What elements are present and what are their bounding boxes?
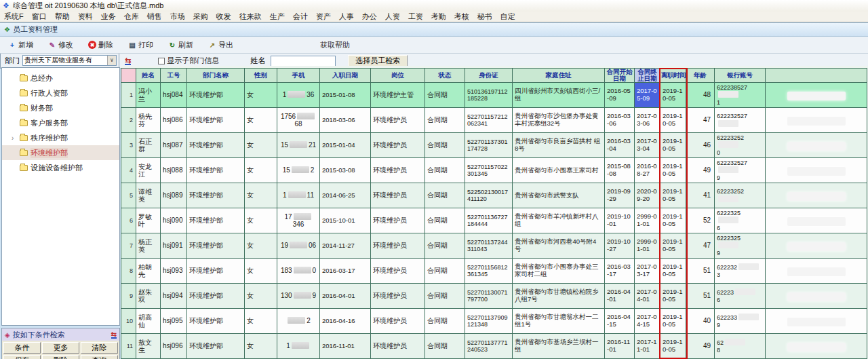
cell-department[interactable]: 环境维护部 — [187, 208, 245, 233]
cell-status[interactable]: 合同期 — [425, 208, 465, 233]
cell-emp-id[interactable]: hsj090 — [161, 208, 187, 233]
cell-phone[interactable]: 2 — [277, 309, 320, 334]
cell-contract-end[interactable]: 2017-03-06 — [635, 108, 660, 133]
cell-emp-id[interactable]: hsj089 — [161, 183, 187, 208]
cell-name[interactable]: 敖文生 — [136, 334, 161, 359]
cell-row-number[interactable]: 3 — [121, 133, 136, 158]
cell-post[interactable]: 环境维护主管 — [371, 83, 425, 108]
toolbar-button-1[interactable]: ✎修改 — [43, 39, 79, 52]
cell-id-card[interactable]: 522701137771240523 — [465, 334, 513, 359]
toolbar-button-3[interactable]: ▤打印 — [123, 39, 159, 52]
menu-item-10[interactable]: 往来款 — [235, 12, 266, 22]
cell-leave-date[interactable]: 2019-10-05 — [660, 259, 686, 284]
cell-post[interactable]: 环境维护员 — [371, 133, 425, 158]
cell-post[interactable]: 环境维护员 — [371, 208, 425, 233]
cell-extra[interactable] — [766, 233, 867, 259]
cell-age[interactable]: 51 — [686, 259, 715, 284]
toolbar-button-4[interactable]: ↻刷新 — [163, 39, 199, 52]
cell-leave-date[interactable]: 2019-10-05 — [660, 233, 686, 259]
menu-item-13[interactable]: 资产 — [312, 12, 335, 22]
cell-contract-end[interactable]: 2016-08-27 — [635, 158, 660, 183]
cell-department[interactable]: 环境维护部 — [187, 133, 245, 158]
sidebar-item-0[interactable]: 总经办 — [2, 71, 119, 86]
cell-phone[interactable]: 1830 — [277, 259, 320, 284]
cell-extra[interactable] — [766, 108, 867, 133]
menu-item-4[interactable]: 业务 — [97, 12, 120, 22]
cell-row-number[interactable]: 2 — [121, 108, 136, 133]
department-select[interactable]: 贵州天下居物业服务有 ∨ — [22, 55, 117, 66]
cell-phone[interactable]: 175668 — [277, 108, 320, 133]
cell-phone[interactable]: 152 — [277, 158, 320, 183]
cell-bank-account[interactable]: 6222325279 — [715, 158, 766, 183]
cell-extra[interactable] — [766, 334, 867, 359]
cell-address[interactable]: 贵州省都匀市基场乡兰坝村一组 — [513, 334, 605, 359]
cell-address[interactable]: 贵州省都匀市沙包堡办事处黄丰村泥寨组32号 — [513, 108, 605, 133]
menu-item-11[interactable]: 生产 — [266, 12, 289, 22]
cell-id-card[interactable]: 522701137301174728 — [465, 133, 513, 158]
col-header-14[interactable]: 年龄 — [686, 69, 715, 83]
cell-contract-end[interactable]: 2017-03-17 — [635, 259, 660, 284]
cell-hire-date[interactable]: 2015-01-08 — [320, 83, 371, 108]
cell-bank-account[interactable]: 622232527 — [715, 108, 766, 133]
cell-address[interactable]: 贵州省都匀市小围寨王家司村 — [513, 158, 605, 183]
search-panel-button-row2-2[interactable]: 查询 — [81, 355, 118, 359]
col-header-8[interactable]: 状态 — [425, 69, 465, 83]
cell-row-number[interactable]: 7 — [121, 233, 136, 259]
cell-status[interactable]: 合同期 — [425, 334, 465, 359]
cell-hire-date[interactable]: 2015-10-01 — [320, 208, 371, 233]
cell-gender[interactable]: 女 — [245, 284, 277, 309]
cell-id-card[interactable]: 522701136727184444 — [465, 208, 513, 233]
cell-bank-account[interactable]: 622236 — [715, 284, 766, 309]
cell-status[interactable]: 合同期 — [425, 233, 465, 259]
cell-phone[interactable]: 136 — [277, 83, 320, 108]
menu-item-17[interactable]: 工资 — [404, 12, 427, 22]
cell-leave-date[interactable]: 2019-10-05 — [660, 133, 686, 158]
col-header-15[interactable]: 银行账号 — [715, 69, 766, 83]
cell-phone[interactable]: 17346 — [277, 208, 320, 233]
cell-age[interactable]: 47 — [686, 233, 715, 259]
cell-name[interactable]: 杨先芬 — [136, 108, 161, 133]
menu-item-1[interactable]: 窗口 — [28, 12, 51, 22]
menu-item-12[interactable]: 会计 — [289, 12, 312, 22]
cell-name[interactable]: 柏朝先 — [136, 259, 161, 284]
cell-post[interactable]: 环境维护员 — [371, 233, 425, 259]
menu-item-14[interactable]: 人事 — [335, 12, 358, 22]
cell-status[interactable]: 合同期 — [425, 284, 465, 309]
cell-emp-id[interactable]: hsj095 — [161, 309, 187, 334]
cell-phone[interactable]: 1906 — [277, 233, 320, 259]
menu-item-15[interactable]: 办公 — [358, 12, 381, 22]
cell-id-card[interactable]: 522701130071797700 — [465, 284, 513, 309]
cell-id-card[interactable]: 522502130017411120 — [465, 183, 513, 208]
sidebar-item-5[interactable]: 环境维护部 — [2, 145, 119, 160]
menu-item-6[interactable]: 销售 — [143, 12, 166, 22]
menu-item-21[interactable]: 自定 — [496, 12, 519, 22]
cell-age[interactable]: 46 — [686, 133, 715, 158]
cell-phone[interactable]: 1 — [277, 334, 320, 359]
sidebar-item-2[interactable]: 财务部 — [2, 100, 119, 115]
sidebar-item-6[interactable]: 设施设备维护部 — [2, 160, 119, 175]
cell-name[interactable]: 杨正英 — [136, 233, 161, 259]
cell-extra[interactable] — [766, 133, 867, 158]
cell-status[interactable]: 合同期 — [425, 108, 465, 133]
cell-id-card[interactable]: 522701157212062341 — [465, 108, 513, 133]
cell-hire-date[interactable]: 2018-03-06 — [320, 108, 371, 133]
cell-age[interactable]: 52 — [686, 208, 715, 233]
cell-row-number[interactable]: 5 — [121, 183, 136, 208]
toolbar-button-0[interactable]: +新增 — [3, 39, 39, 52]
cell-phone[interactable]: 111 — [277, 183, 320, 208]
cell-post[interactable]: 环境维护员 — [371, 108, 425, 133]
col-header-2[interactable]: 工号 — [161, 69, 187, 83]
name-filter-input[interactable] — [271, 56, 336, 67]
menu-item-9[interactable]: 收发 — [212, 12, 235, 22]
col-header-7[interactable]: 岗位 — [371, 69, 425, 83]
tab-employee-data[interactable]: 员工资料管理 — [13, 24, 58, 35]
cell-post[interactable]: 环境维护员 — [371, 158, 425, 183]
cell-bank-account[interactable]: 6222385271 — [715, 83, 766, 108]
cell-department[interactable]: 环境维护部 — [187, 183, 245, 208]
col-header-11[interactable]: 合同开始日期 — [605, 69, 635, 83]
cell-extra[interactable] — [766, 284, 867, 309]
cell-contract-end[interactable]: 2017-04-15 — [635, 309, 660, 334]
col-header-9[interactable]: 身份证 — [465, 69, 513, 83]
cell-contract-start[interactable]: 2016-05-09 — [605, 83, 635, 108]
cell-contract-end[interactable]: 2999-01-01 — [635, 233, 660, 259]
